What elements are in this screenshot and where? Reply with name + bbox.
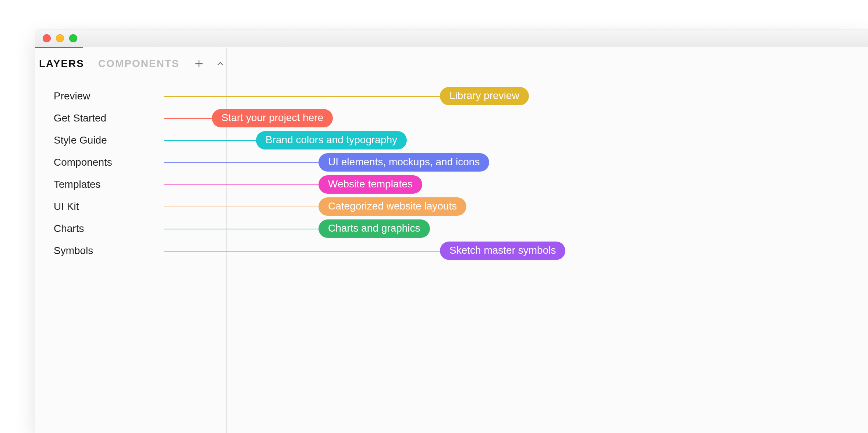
annotation-label: Brand colors and typography xyxy=(256,131,407,149)
window-minimize-button[interactable] xyxy=(56,34,64,42)
collapse-pages-button[interactable] xyxy=(215,58,226,69)
annotation-label: Start your project here xyxy=(212,109,333,127)
annotation-connector xyxy=(164,184,326,185)
annotation-label: Charts and graphics xyxy=(319,219,430,238)
window-close-button[interactable] xyxy=(43,34,51,42)
page-list: PreviewGet StartedStyle GuideComponentsT… xyxy=(35,85,226,262)
annotation-label: Categorized website layouts xyxy=(319,197,466,216)
annotation-label: Library preview xyxy=(440,87,529,105)
tab-layers[interactable]: LAYERS xyxy=(39,58,84,70)
panel-tabs: LAYERS COMPONENTS xyxy=(35,48,226,70)
titlebar xyxy=(35,29,868,47)
window-zoom-button[interactable] xyxy=(69,34,77,42)
annotation-label: Website templates xyxy=(319,175,422,194)
app-body: LAYERS COMPONENTS PreviewGet StartedStyl… xyxy=(35,48,868,433)
plus-icon xyxy=(194,59,204,68)
canvas[interactable] xyxy=(227,48,868,433)
annotation-connector xyxy=(164,162,326,163)
annotation-label: Sketch master symbols xyxy=(440,242,565,260)
annotation-connector xyxy=(164,229,326,229)
annotation-connector xyxy=(164,140,263,141)
chevron-up-icon xyxy=(216,59,225,68)
annotation-connector xyxy=(164,96,447,97)
tab-components[interactable]: COMPONENTS xyxy=(98,58,179,70)
annotation-connector xyxy=(164,251,447,251)
add-page-button[interactable] xyxy=(193,58,204,69)
annotation-connector xyxy=(164,118,219,119)
annotation-connector xyxy=(164,207,326,207)
layers-panel: LAYERS COMPONENTS PreviewGet StartedStyl… xyxy=(35,48,227,433)
app-window: LAYERS COMPONENTS PreviewGet StartedStyl… xyxy=(35,29,868,433)
annotation-label: UI elements, mockups, and icons xyxy=(319,153,489,172)
